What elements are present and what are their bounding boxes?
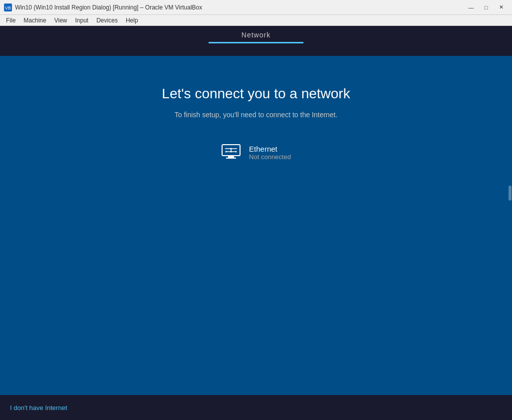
- titlebar-title: Win10 (Win10 Install Region Dialog) [Run…: [15, 4, 202, 11]
- main-subtitle: To finish setup, you'll need to connect …: [175, 111, 337, 119]
- menu-file[interactable]: File: [2, 16, 19, 25]
- svg-rect-3: [228, 156, 234, 158]
- menu-view[interactable]: View: [50, 16, 71, 25]
- minimize-button[interactable]: —: [464, 2, 478, 12]
- svg-rect-4: [226, 158, 236, 159]
- network-tab-underline: [209, 42, 303, 43]
- network-tab-label: Network: [242, 31, 270, 39]
- no-internet-link[interactable]: I don't have Internet: [10, 404, 67, 412]
- titlebar: VB Win10 (Win10 Install Region Dialog) […: [0, 0, 512, 15]
- svg-point-9: [226, 151, 227, 153]
- maximize-button[interactable]: □: [479, 2, 493, 12]
- ethernet-name: Ethernet: [249, 145, 291, 153]
- svg-text:VB: VB: [5, 5, 11, 10]
- ethernet-info: Ethernet Not connected: [249, 145, 291, 161]
- ethernet-item[interactable]: Ethernet Not connected: [221, 144, 291, 162]
- vm-bottom: I don't have Internet: [0, 395, 512, 420]
- ethernet-status: Not connected: [249, 153, 291, 161]
- scrollbar[interactable]: [508, 86, 512, 420]
- titlebar-left: VB Win10 (Win10 Install Region Dialog) […: [4, 3, 202, 11]
- vm-topbar: Network: [0, 26, 512, 56]
- menubar: File Machine View Input Devices Help: [0, 15, 512, 26]
- vbox-icon: VB: [4, 3, 12, 11]
- menu-input[interactable]: Input: [71, 16, 93, 25]
- svg-point-10: [231, 151, 232, 153]
- titlebar-controls: — □ ✕: [464, 2, 508, 12]
- menu-devices[interactable]: Devices: [92, 16, 122, 25]
- close-button[interactable]: ✕: [494, 2, 508, 12]
- svg-point-11: [236, 151, 237, 153]
- svg-point-8: [231, 148, 232, 150]
- menu-help[interactable]: Help: [122, 16, 142, 25]
- menu-machine[interactable]: Machine: [19, 16, 50, 25]
- ethernet-icon: [221, 144, 241, 162]
- network-tab: Network: [209, 31, 303, 43]
- vm-main: Let's connect you to a network To finish…: [0, 56, 512, 395]
- main-title: Let's connect you to a network: [162, 86, 350, 102]
- vm-container: Network Let's connect you to a network T…: [0, 26, 512, 420]
- scrollbar-thumb: [509, 186, 512, 201]
